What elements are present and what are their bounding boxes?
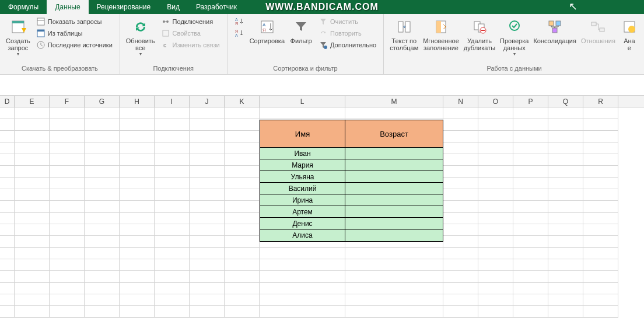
table-cell-age[interactable] xyxy=(345,229,443,241)
grid-cell[interactable] xyxy=(120,306,155,318)
grid-cell[interactable] xyxy=(85,236,120,248)
col-header[interactable]: L xyxy=(260,96,345,107)
grid-cell[interactable] xyxy=(50,259,85,271)
grid-cell[interactable] xyxy=(50,131,85,142)
grid-cell[interactable] xyxy=(50,213,85,224)
grid-cell[interactable] xyxy=(155,236,190,248)
grid-cell[interactable] xyxy=(50,306,85,318)
grid-cell[interactable] xyxy=(155,154,190,166)
grid-cell[interactable] xyxy=(548,154,583,166)
grid-cell[interactable] xyxy=(120,271,155,283)
grid-cell[interactable] xyxy=(0,248,15,259)
grid-cell[interactable] xyxy=(50,107,85,119)
show-queries-button[interactable]: Показать запросы xyxy=(35,16,114,27)
grid-cell[interactable] xyxy=(85,294,120,306)
table-cell-age[interactable] xyxy=(345,194,443,206)
grid-cell[interactable] xyxy=(583,107,618,119)
grid-cell[interactable] xyxy=(190,271,225,283)
grid-cell[interactable] xyxy=(0,283,15,294)
grid-cell[interactable] xyxy=(0,142,15,154)
grid-cell[interactable] xyxy=(225,189,260,201)
grid-cell[interactable] xyxy=(345,294,443,306)
grid-cell[interactable] xyxy=(190,213,225,224)
grid-cell[interactable] xyxy=(443,271,478,283)
grid-cell[interactable] xyxy=(443,107,478,119)
grid-cell[interactable] xyxy=(85,142,120,154)
grid-cell[interactable] xyxy=(513,142,548,154)
grid-cell[interactable] xyxy=(190,131,225,142)
table-row[interactable]: Ульяна xyxy=(260,171,443,183)
grid-cell[interactable] xyxy=(513,259,548,271)
grid-cell[interactable] xyxy=(225,306,260,318)
table-cell-name[interactable]: Иван xyxy=(260,148,345,159)
grid-row[interactable] xyxy=(0,271,644,283)
grid-cell[interactable] xyxy=(15,213,50,224)
grid-cell[interactable] xyxy=(583,259,618,271)
grid-cell[interactable] xyxy=(155,178,190,189)
col-header[interactable]: N xyxy=(443,96,478,107)
grid-cell[interactable] xyxy=(50,271,85,283)
grid-cell[interactable] xyxy=(190,294,225,306)
grid-cell[interactable] xyxy=(190,236,225,248)
grid-cell[interactable] xyxy=(225,236,260,248)
grid-cell[interactable] xyxy=(478,142,513,154)
tab-review[interactable]: Рецензирование xyxy=(89,0,159,14)
grid-cell[interactable] xyxy=(345,248,443,259)
grid-cell[interactable] xyxy=(50,119,85,131)
grid-row[interactable] xyxy=(0,259,644,271)
grid-cell[interactable] xyxy=(583,236,618,248)
grid-cell[interactable] xyxy=(155,259,190,271)
grid-cell[interactable] xyxy=(443,248,478,259)
table-cell-name[interactable]: Ирина xyxy=(260,194,345,206)
grid-cell[interactable] xyxy=(120,213,155,224)
grid-cell[interactable] xyxy=(260,271,345,283)
table-row[interactable]: Денис xyxy=(260,218,443,229)
grid-row[interactable] xyxy=(0,107,644,119)
grid-cell[interactable] xyxy=(190,178,225,189)
grid-cell[interactable] xyxy=(478,166,513,178)
grid-cell[interactable] xyxy=(345,271,443,283)
grid-cell[interactable] xyxy=(85,259,120,271)
col-header[interactable]: M xyxy=(345,96,443,107)
grid-cell[interactable] xyxy=(155,294,190,306)
col-header[interactable]: H xyxy=(120,96,155,107)
grid-cell[interactable] xyxy=(155,201,190,213)
grid-cell[interactable] xyxy=(478,259,513,271)
text-to-columns-button[interactable]: Текст постолбцам xyxy=(387,16,421,53)
grid-cell[interactable] xyxy=(0,107,15,119)
table-cell-age[interactable] xyxy=(345,218,443,229)
grid-cell[interactable] xyxy=(15,224,50,236)
grid-cell[interactable] xyxy=(478,131,513,142)
table-cell-name[interactable]: Василий xyxy=(260,183,345,194)
grid-cell[interactable] xyxy=(85,166,120,178)
table-row[interactable]: Василий xyxy=(260,183,443,194)
grid-cell[interactable] xyxy=(120,224,155,236)
grid-cell[interactable] xyxy=(0,306,15,318)
grid-cell[interactable] xyxy=(513,178,548,189)
grid-cell[interactable] xyxy=(120,248,155,259)
grid-cell[interactable] xyxy=(225,178,260,189)
grid-cell[interactable] xyxy=(548,283,583,294)
grid-cell[interactable] xyxy=(15,154,50,166)
grid-cell[interactable] xyxy=(548,189,583,201)
grid-cell[interactable] xyxy=(478,306,513,318)
grid-cell[interactable] xyxy=(478,213,513,224)
grid-cell[interactable] xyxy=(190,154,225,166)
grid-cell[interactable] xyxy=(443,259,478,271)
grid-cell[interactable] xyxy=(155,213,190,224)
tab-view[interactable]: Вид xyxy=(159,0,188,14)
grid-cell[interactable] xyxy=(583,131,618,142)
grid-cell[interactable] xyxy=(120,259,155,271)
grid-cell[interactable] xyxy=(345,107,443,119)
grid-cell[interactable] xyxy=(513,201,548,213)
grid-cell[interactable] xyxy=(548,178,583,189)
grid-cell[interactable] xyxy=(478,271,513,283)
reapply-button[interactable]: Повторить xyxy=(317,28,377,39)
grid-row[interactable] xyxy=(0,306,644,318)
grid-cell[interactable] xyxy=(155,283,190,294)
grid-cell[interactable] xyxy=(190,201,225,213)
grid-cell[interactable] xyxy=(120,154,155,166)
grid-cell[interactable] xyxy=(513,107,548,119)
analysis-button[interactable]: Ана е xyxy=(618,16,641,53)
table-cell-age[interactable] xyxy=(345,171,443,183)
